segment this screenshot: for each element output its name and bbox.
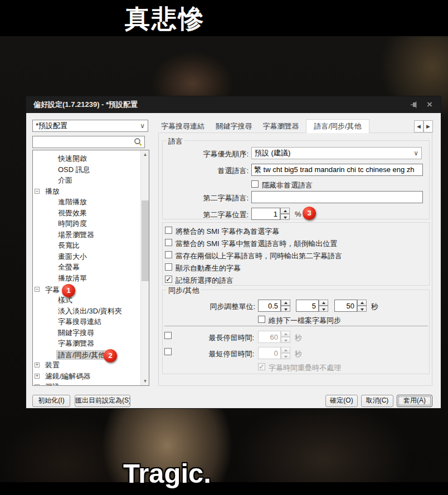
group-divider bbox=[164, 326, 428, 326]
subtitle-priority-dropdown[interactable]: 預設 (建議) ∨ bbox=[251, 147, 422, 159]
preferred-language-input[interactable] bbox=[251, 164, 423, 176]
sync-unit-spinner-2[interactable] bbox=[296, 300, 328, 312]
tab-subtitle-browser[interactable]: 字幕瀏覽器 bbox=[259, 120, 303, 133]
tree-item[interactable]: 字幕搜尋連結 bbox=[33, 316, 149, 327]
ok-button[interactable]: 確定(O) bbox=[325, 395, 358, 407]
collapse-icon[interactable] bbox=[35, 287, 40, 292]
expand-icon[interactable] bbox=[35, 362, 40, 367]
tree-item-video[interactable]: 視訊 bbox=[33, 381, 149, 386]
scroll-up-icon[interactable]: ▲ bbox=[141, 150, 149, 159]
secondary-position-input[interactable] bbox=[251, 208, 280, 220]
tab-page-language-sync-other: 語言 字幕優先順序: 預設 (建議) ∨ 首選語言: 隱藏非首選語言 第二字幕語… bbox=[158, 133, 432, 386]
secondary-language-input[interactable] bbox=[251, 191, 423, 203]
tree-item[interactable]: 介面 bbox=[33, 175, 149, 186]
apply-button[interactable]: 套用(A) bbox=[397, 395, 432, 407]
spinner-up-icon[interactable] bbox=[281, 300, 290, 306]
dual-subtitle-checkbox[interactable] bbox=[165, 251, 172, 258]
scroll-down-icon[interactable]: ▼ bbox=[141, 377, 149, 385]
tab-language-sync-other[interactable]: 語言/同步/其他 bbox=[306, 119, 369, 133]
cancel-button[interactable]: 取消(C) bbox=[361, 395, 393, 407]
spinner-down-icon[interactable] bbox=[319, 306, 328, 312]
tree-item-filters[interactable]: 濾鏡/編解碼器 bbox=[33, 371, 149, 382]
pin-icon[interactable] bbox=[410, 100, 418, 109]
dialog-titlebar[interactable]: 偏好設定(1.7.21239) - *預設配置 × bbox=[26, 96, 441, 113]
tree-item[interactable]: 進階播放 bbox=[33, 197, 149, 208]
tree-item[interactable]: 場景瀏覽器 bbox=[33, 229, 149, 241]
tree-item[interactable]: 快速開啟 bbox=[33, 153, 149, 164]
scrollbar-thumb[interactable] bbox=[142, 200, 149, 281]
spinner-down-icon bbox=[281, 337, 290, 343]
spinner-up-icon bbox=[281, 347, 290, 353]
spinner-up-icon[interactable] bbox=[357, 300, 367, 306]
tree-item[interactable]: 長寬比 bbox=[33, 240, 149, 251]
secondary-position-spinner[interactable] bbox=[251, 208, 290, 220]
sync-unit-input-1[interactable] bbox=[258, 300, 281, 312]
search-icon bbox=[133, 138, 143, 147]
tree-item[interactable]: 字幕瀏覽器 bbox=[33, 338, 149, 349]
subtitle-top: 真悲慘 bbox=[125, 2, 205, 36]
spinner-down-icon[interactable] bbox=[357, 306, 367, 312]
remember-language-label: 記憶所選擇的語言 bbox=[176, 276, 233, 286]
auto-generated-checkbox[interactable] bbox=[165, 263, 172, 271]
tree-item[interactable]: 播放清單 bbox=[33, 273, 149, 284]
smi-preferred-checkbox[interactable] bbox=[165, 227, 172, 234]
tree-search-input[interactable] bbox=[34, 137, 129, 147]
language-group-title: 語言 bbox=[167, 136, 184, 146]
tree-item[interactable]: 樣式 bbox=[33, 295, 149, 306]
profile-dropdown-value: *預設配置 bbox=[36, 121, 67, 130]
dropdown-arrow-icon: ∨ bbox=[140, 120, 145, 131]
annotation-badge-1: 1 bbox=[62, 284, 75, 297]
tree-search-box[interactable] bbox=[32, 136, 145, 148]
hide-non-preferred-checkbox[interactable] bbox=[251, 180, 259, 188]
spinner-up-icon[interactable] bbox=[319, 300, 328, 306]
expand-icon[interactable] bbox=[35, 384, 40, 386]
tab-scroll-left-icon[interactable]: ◀ bbox=[414, 120, 423, 133]
tree-item-language-sync-other[interactable]: 語言/同步/其他2 bbox=[33, 349, 149, 360]
tree-item[interactable]: 畫面大小 bbox=[33, 251, 149, 262]
sync-unit-spinner-1[interactable] bbox=[258, 300, 290, 312]
tree-item-devices[interactable]: 裝置 bbox=[33, 360, 149, 371]
tree-item[interactable]: 時間跨度 bbox=[33, 218, 149, 229]
tree-item[interactable]: 全螢幕 bbox=[33, 262, 149, 273]
export-settings-button[interactable]: 匯出目前設定為(S)... bbox=[75, 395, 130, 407]
tree-item-playback[interactable]: 播放 bbox=[33, 186, 149, 197]
tree-item-subtitles[interactable]: 字幕1 bbox=[33, 284, 149, 295]
spinner-down-icon[interactable] bbox=[281, 306, 290, 312]
sync-unit-input-3[interactable] bbox=[334, 300, 357, 312]
tab-keyword-search[interactable]: 關鍵字搜尋 bbox=[212, 120, 256, 133]
preferred-language-label: 首選語言: bbox=[163, 166, 249, 176]
tab-scroll-right-icon[interactable]: ▶ bbox=[423, 120, 433, 133]
sync-unit-spinner-3[interactable] bbox=[334, 300, 367, 312]
tree-item[interactable]: 關鍵字搜尋 bbox=[33, 327, 149, 339]
settings-tree[interactable]: 快速開啟 OSD 訊息 介面 播放 進階播放 視覺效果 時間跨度 場景瀏覽器 長… bbox=[32, 150, 149, 386]
collapse-icon[interactable] bbox=[35, 189, 40, 194]
max-duration-label: 最長停留時間: bbox=[196, 333, 254, 343]
remember-language-checkbox[interactable] bbox=[165, 276, 172, 283]
tree-scrollbar[interactable]: ▲ ▼ bbox=[140, 150, 149, 385]
tree-item[interactable]: 視覺效果 bbox=[33, 208, 149, 219]
expand-icon[interactable] bbox=[35, 374, 40, 379]
initialize-button[interactable]: 初始化(I) bbox=[32, 395, 70, 407]
skip-overlap-checkbox bbox=[258, 363, 265, 370]
sync-unit-input-2[interactable] bbox=[296, 300, 319, 312]
close-icon[interactable]: × bbox=[425, 100, 434, 109]
smi-invert-output-label: 當整合的 SMI 字幕中無首選語言時，顛倒輸出位置 bbox=[176, 239, 337, 249]
tree-item[interactable]: OSD 訊息 bbox=[33, 164, 149, 175]
keep-next-file-sync-checkbox[interactable] bbox=[258, 316, 265, 323]
max-duration-enable-checkbox[interactable] bbox=[164, 332, 172, 339]
annotation-badge-3: 3 bbox=[303, 207, 316, 220]
auto-generated-label: 顯示自動產生的字幕 bbox=[176, 263, 241, 273]
spinner-down-icon[interactable] bbox=[280, 214, 290, 220]
preferences-dialog: 偏好設定(1.7.21239) - *預設配置 × *預設配置 ∨ 快速開啟 O… bbox=[26, 96, 441, 409]
tree-item[interactable]: 淡入淡出/3D/資料夾 bbox=[33, 306, 149, 317]
smi-invert-output-checkbox[interactable] bbox=[165, 239, 172, 246]
tab-subtitle-search-links[interactable]: 字幕搜尋連結 bbox=[156, 120, 210, 133]
language-group: 語言 字幕優先順序: 預設 (建議) ∨ 首選語言: 隱藏非首選語言 第二字幕語… bbox=[162, 140, 430, 219]
profile-dropdown[interactable]: *預設配置 ∨ bbox=[32, 120, 148, 132]
sync-unit-label: 同步調整單位: bbox=[163, 302, 255, 312]
secondary-position-label: 第二字幕位置: bbox=[163, 210, 249, 220]
spinner-up-icon[interactable] bbox=[280, 208, 290, 214]
min-duration-unit: 秒 bbox=[295, 349, 302, 359]
min-duration-enable-checkbox[interactable] bbox=[164, 348, 172, 355]
percent-unit: % bbox=[295, 210, 301, 218]
